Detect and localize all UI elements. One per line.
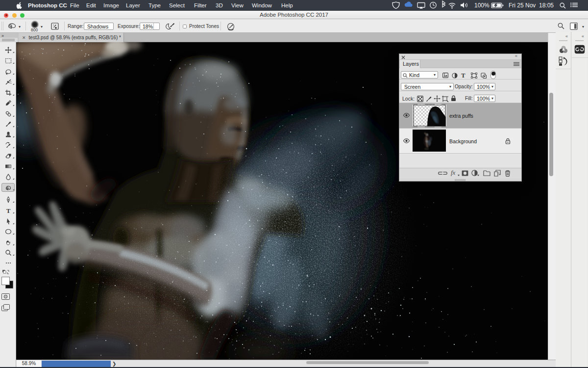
svg-text:T: T: [6, 207, 11, 214]
svg-text:100%: 100%: [474, 2, 490, 9]
